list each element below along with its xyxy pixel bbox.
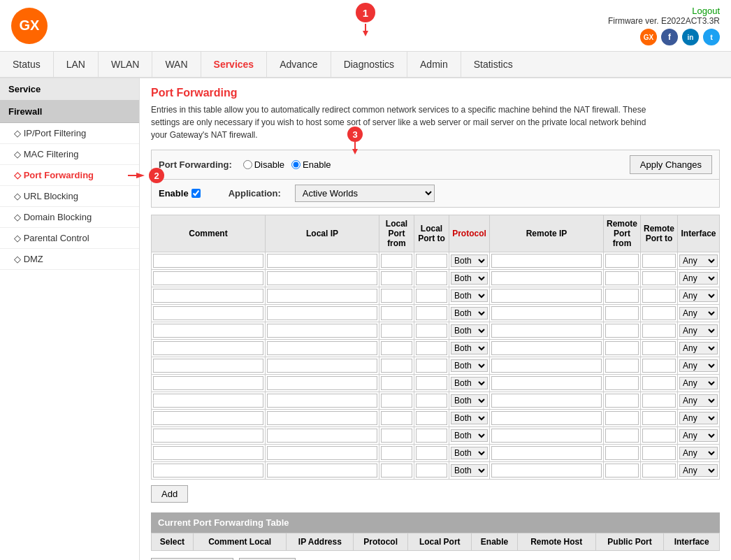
row-protocol-8[interactable]: BothTCPUDP [451, 394, 488, 407]
row-interface-11[interactable]: AnyWANLAN [679, 447, 718, 459]
row-remote-ip-7[interactable] [491, 376, 602, 390]
nav-services[interactable]: Services [201, 52, 268, 77]
row-protocol-12[interactable]: BothTCPUDP [451, 464, 488, 477]
row-remote-port-from-12[interactable] [605, 464, 639, 478]
row-local-port-from-8[interactable] [381, 394, 412, 408]
row-local-ip-1[interactable] [267, 271, 377, 285]
row-remote-ip-11[interactable] [491, 446, 602, 460]
row-local-port-from-4[interactable] [381, 324, 412, 338]
sidebar-item-dmz[interactable]: ◇ DMZ [0, 249, 139, 270]
row-local-port-to-3[interactable] [416, 306, 447, 320]
row-protocol-1[interactable]: BothTCPUDP [451, 272, 488, 285]
row-protocol-7[interactable]: BothTCPUDP [451, 377, 488, 389]
enable-checkbox[interactable] [191, 189, 201, 198]
row-comment-3[interactable] [153, 306, 263, 320]
row-protocol-6[interactable]: BothTCPUDP [451, 359, 488, 372]
row-local-port-to-9[interactable] [416, 411, 447, 425]
row-protocol-2[interactable]: BothTCPUDP [451, 289, 488, 302]
row-comment-6[interactable] [153, 359, 263, 373]
social-twitter-icon[interactable]: t [703, 29, 720, 45]
enable-radio-label[interactable]: Enable [291, 159, 331, 170]
row-local-ip-10[interactable] [267, 429, 377, 443]
row-local-port-from-10[interactable] [381, 429, 412, 443]
row-local-ip-2[interactable] [267, 289, 377, 303]
row-local-ip-11[interactable] [267, 446, 377, 460]
row-comment-12[interactable] [153, 464, 263, 478]
nav-status[interactable]: Status [0, 52, 54, 77]
nav-lan[interactable]: LAN [54, 52, 99, 77]
sidebar-item-url-blocking[interactable]: ◇ URL Blocking [0, 186, 139, 207]
row-remote-port-to-10[interactable] [642, 429, 676, 443]
row-remote-port-from-2[interactable] [605, 289, 639, 303]
sidebar-item-domain-blocking[interactable]: ◇ Domain Blocking [0, 207, 139, 228]
row-local-port-to-10[interactable] [416, 429, 447, 443]
row-remote-port-to-9[interactable] [642, 411, 676, 425]
row-remote-port-to-5[interactable] [642, 341, 676, 355]
row-remote-port-to-8[interactable] [642, 394, 676, 408]
row-remote-port-to-7[interactable] [642, 376, 676, 390]
row-remote-port-from-0[interactable] [605, 254, 639, 268]
row-remote-ip-0[interactable] [491, 254, 602, 268]
row-local-port-to-4[interactable] [416, 324, 447, 338]
sidebar-item-ip-port-filtering[interactable]: ◇ IP/Port Filtering [0, 123, 139, 144]
row-remote-port-to-2[interactable] [642, 289, 676, 303]
row-interface-1[interactable]: AnyWANLAN [679, 272, 718, 285]
social-facebook-icon[interactable]: f [661, 29, 678, 45]
row-local-port-from-3[interactable] [381, 306, 412, 320]
row-remote-port-from-7[interactable] [605, 376, 639, 390]
row-comment-2[interactable] [153, 289, 263, 303]
row-interface-9[interactable]: AnyWANLAN [679, 412, 718, 424]
apply-changes-button[interactable]: Apply Changes [630, 155, 712, 174]
row-interface-0[interactable]: AnyWANLAN [679, 254, 718, 267]
row-protocol-9[interactable]: BothTCPUDP [451, 412, 488, 424]
row-local-ip-9[interactable] [267, 411, 377, 425]
row-remote-port-from-9[interactable] [605, 411, 639, 425]
row-protocol-3[interactable]: BothTCPUDP [451, 307, 488, 320]
row-comment-4[interactable] [153, 324, 263, 338]
row-remote-port-to-11[interactable] [642, 446, 676, 460]
row-interface-4[interactable]: AnyWANLAN [679, 324, 718, 337]
row-interface-8[interactable]: AnyWANLAN [679, 394, 718, 407]
row-remote-ip-12[interactable] [491, 464, 602, 478]
row-remote-port-from-1[interactable] [605, 271, 639, 285]
row-comment-10[interactable] [153, 429, 263, 443]
enable-radio[interactable] [291, 160, 301, 169]
nav-wlan[interactable]: WLAN [99, 52, 152, 77]
row-comment-1[interactable] [153, 271, 263, 285]
row-local-port-to-8[interactable] [416, 394, 447, 408]
row-interface-7[interactable]: AnyWANLAN [679, 377, 718, 389]
row-local-port-from-0[interactable] [381, 254, 412, 268]
row-interface-2[interactable]: AnyWANLAN [679, 289, 718, 302]
social-linkedin-icon[interactable]: in [682, 29, 699, 45]
nav-diagnostics[interactable]: Diagnostics [331, 52, 407, 77]
row-comment-11[interactable] [153, 446, 263, 460]
row-local-port-to-11[interactable] [416, 446, 447, 460]
row-local-ip-8[interactable] [267, 394, 377, 408]
row-remote-port-from-11[interactable] [605, 446, 639, 460]
row-remote-port-to-3[interactable] [642, 306, 676, 320]
row-remote-ip-8[interactable] [491, 394, 602, 408]
row-local-port-to-0[interactable] [416, 254, 447, 268]
row-local-ip-7[interactable] [267, 376, 377, 390]
row-remote-ip-2[interactable] [491, 289, 602, 303]
row-protocol-11[interactable]: BothTCPUDP [451, 447, 488, 459]
row-remote-port-from-5[interactable] [605, 341, 639, 355]
row-remote-ip-3[interactable] [491, 306, 602, 320]
row-remote-ip-9[interactable] [491, 411, 602, 425]
row-local-ip-4[interactable] [267, 324, 377, 338]
row-local-port-to-12[interactable] [416, 464, 447, 478]
sidebar-item-port-forwarding[interactable]: ◇ Port Forwarding [0, 165, 139, 186]
row-local-port-from-5[interactable] [381, 341, 412, 355]
row-interface-5[interactable]: AnyWANLAN [679, 342, 718, 354]
logout-link[interactable]: Logout [608, 6, 720, 16]
disable-radio-label[interactable]: Disable [243, 159, 284, 170]
row-local-port-to-1[interactable] [416, 271, 447, 285]
disable-radio[interactable] [243, 160, 252, 169]
nav-admin[interactable]: Admin [407, 52, 461, 77]
enable-checkbox-label[interactable]: Enable [159, 188, 201, 199]
row-comment-0[interactable] [153, 254, 263, 268]
row-remote-port-to-12[interactable] [642, 464, 676, 478]
row-remote-port-to-4[interactable] [642, 324, 676, 338]
row-local-port-from-7[interactable] [381, 376, 412, 390]
row-interface-3[interactable]: AnyWANLAN [679, 307, 718, 320]
